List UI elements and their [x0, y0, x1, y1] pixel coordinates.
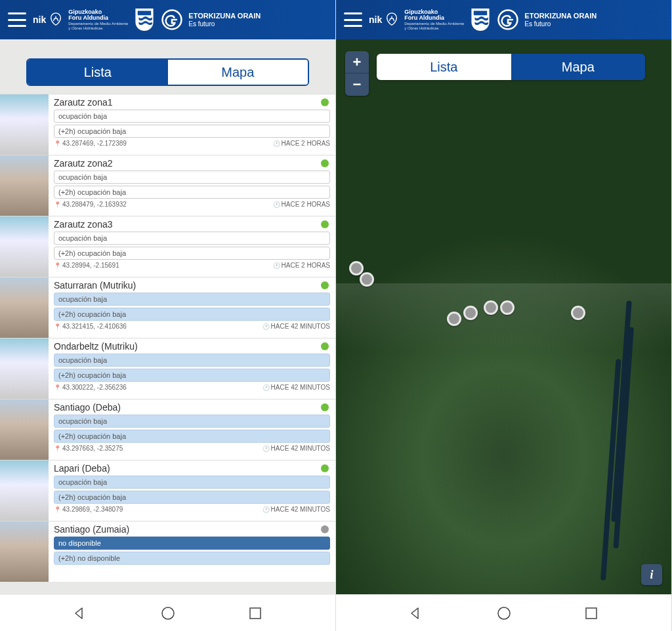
map-panel: nik Gipuzkoako Foru Aldundia Departament…	[336, 0, 672, 631]
recents-icon[interactable]	[583, 605, 599, 621]
coordinates: 43.28994, -2.15691	[54, 262, 119, 269]
forecast-field: (+2h) ocupación baja	[54, 247, 330, 260]
view-tabs: Lista Mapa	[377, 54, 645, 80]
svg-point-0	[140, 12, 142, 14]
list-item[interactable]: Santiago (Deba)ocupación baja(+2h) ocupa…	[0, 399, 335, 460]
beach-title: Lapari (Deba)	[54, 463, 330, 474]
beach-title: Saturraran (Mutriku)	[54, 280, 330, 291]
forecast-field: (+2h) ocupación baja	[54, 491, 330, 504]
timestamp: HACE 42 MINUTOS	[262, 323, 330, 330]
list-item[interactable]: Santiago (Zumaia)no disponible(+2h) no d…	[0, 521, 335, 582]
app-header: nik Gipuzkoako Foru Aldundia Departament…	[336, 0, 671, 39]
occupancy-field: ocupación baja	[54, 110, 330, 123]
list-item[interactable]: Zarautz zona1ocupación baja(+2h) ocupaci…	[0, 94, 335, 155]
zoom-in-button[interactable]: +	[345, 51, 369, 73]
android-navbar	[336, 594, 671, 631]
recents-icon[interactable]	[247, 605, 263, 621]
menu-icon[interactable]	[344, 12, 362, 27]
beach-title: Ondarbeltz (Mutriku)	[54, 341, 330, 352]
occupancy-field: ocupación baja	[54, 476, 330, 489]
back-icon[interactable]	[72, 605, 88, 621]
svg-rect-5	[250, 608, 261, 619]
list-item[interactable]: Zarautz zona2ocupación baja(+2h) ocupaci…	[0, 155, 335, 216]
map-marker[interactable]	[571, 306, 585, 320]
forecast-field: (+2h) ocupación baja	[54, 186, 330, 199]
forecast-field: (+2h) ocupación baja	[54, 369, 330, 382]
map-marker[interactable]	[484, 300, 498, 315]
g-logo-icon	[497, 9, 519, 31]
thumbnail	[0, 216, 49, 277]
status-dot	[321, 525, 329, 533]
status-dot	[321, 464, 329, 472]
header-logos: nik Gipuzkoako Foru Aldundia Departament…	[369, 7, 663, 32]
home-icon[interactable]	[496, 605, 512, 621]
list-item[interactable]: Ondarbeltz (Mutriku)ocupación baja(+2h) …	[0, 338, 335, 399]
coordinates: 43.29869, -2.348079	[54, 506, 123, 513]
list-panel: nik Gipuzkoako Foru Aldundia Departament…	[0, 0, 336, 631]
map-marker[interactable]	[360, 272, 374, 287]
thumbnail	[0, 277, 49, 338]
svg-point-4	[162, 607, 174, 619]
menu-icon[interactable]	[8, 12, 26, 27]
map-marker[interactable]	[447, 312, 461, 326]
zoom-control: + −	[345, 51, 369, 96]
zoom-out-button[interactable]: −	[345, 73, 369, 96]
etorkizuna-text: ETORKIZUNA ORAIN Es futuro	[188, 12, 261, 27]
tab-mapa[interactable]: Mapa	[511, 54, 646, 80]
timestamp: HACE 42 MINUTOS	[262, 506, 330, 513]
forecast-field: (+2h) ocupación baja	[54, 308, 330, 321]
occupancy-field: ocupación baja	[54, 232, 330, 245]
occupancy-field: ocupación baja	[54, 171, 330, 184]
header-logos: nik Gipuzkoako Foru Aldundia Departament…	[33, 7, 327, 32]
svg-point-2	[147, 12, 149, 14]
svg-point-7	[480, 12, 482, 14]
coordinates: 43.288479, -2.163932	[54, 201, 127, 208]
svg-rect-11	[586, 608, 597, 619]
occupancy-field: no disponible	[54, 537, 330, 550]
status-dot	[321, 281, 329, 289]
app-header: nik Gipuzkoako Foru Aldundia Departament…	[0, 0, 335, 39]
beach-title: Santiago (Zumaia)	[54, 524, 330, 535]
status-dot	[321, 98, 329, 106]
thumbnail	[0, 399, 49, 460]
foru-logo-text: Gipuzkoako Foru Aldundia Departamento de…	[404, 9, 464, 31]
occupancy-field: ocupación baja	[54, 293, 330, 306]
map-canvas[interactable]: + − Lista Mapa i	[336, 39, 671, 594]
beach-title: Zarautz zona3	[54, 219, 330, 230]
thumbnail	[0, 338, 49, 399]
home-icon[interactable]	[160, 605, 176, 621]
timestamp: HACE 42 MINUTOS	[262, 384, 330, 391]
list-item[interactable]: Saturraran (Mutriku)ocupación baja(+2h) …	[0, 277, 335, 338]
etorkizuna-text: ETORKIZUNA ORAIN Es futuro	[524, 12, 597, 27]
tab-lista[interactable]: Lista	[377, 54, 511, 80]
status-dot	[321, 403, 329, 411]
android-navbar	[0, 594, 335, 631]
thumbnail	[0, 94, 49, 155]
view-tabs: Lista Mapa	[26, 58, 309, 86]
forecast-field: (+2h) no disponible	[54, 552, 330, 565]
status-dot	[321, 159, 329, 167]
status-dot	[321, 220, 329, 228]
tab-lista[interactable]: Lista	[28, 60, 168, 85]
shield-icon	[133, 7, 156, 32]
svg-point-8	[483, 12, 485, 14]
beach-title: Zarautz zona1	[54, 97, 330, 108]
tab-mapa[interactable]: Mapa	[168, 60, 308, 85]
timestamp: HACE 2 HORAS	[273, 140, 330, 147]
thumbnail	[0, 521, 49, 582]
nik-logo: nik	[369, 12, 399, 27]
list-item[interactable]: Zarautz zona3ocupación baja(+2h) ocupaci…	[0, 216, 335, 277]
g-logo-icon	[161, 9, 183, 31]
coordinates: 43.297663, -2.35275	[54, 445, 123, 452]
back-icon[interactable]	[408, 605, 424, 621]
status-dot	[321, 342, 329, 350]
beach-title: Santiago (Deba)	[54, 402, 330, 413]
forecast-field: (+2h) ocupación baja	[54, 125, 330, 138]
coordinates: 43.287469, -2.172389	[54, 140, 127, 147]
shield-icon	[469, 7, 492, 32]
list-item[interactable]: Lapari (Deba)ocupación baja(+2h) ocupaci…	[0, 460, 335, 521]
svg-point-10	[498, 607, 510, 619]
map-marker[interactable]	[500, 300, 514, 315]
beach-list[interactable]: Zarautz zona1ocupación baja(+2h) ocupaci…	[0, 94, 335, 594]
info-button[interactable]: i	[641, 564, 662, 585]
